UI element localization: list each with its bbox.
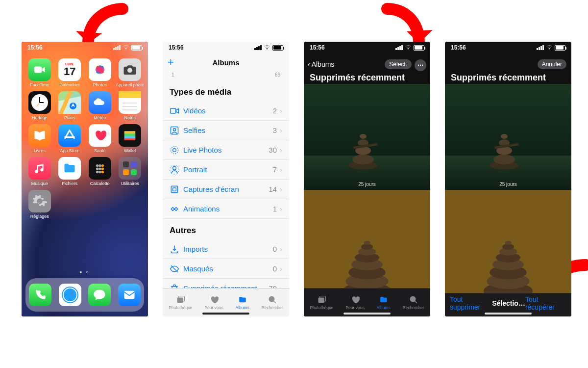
tab-albums[interactable]: Albums	[376, 295, 390, 310]
home-indicator[interactable]	[485, 313, 532, 315]
svg-point-32	[101, 171, 103, 173]
calculator-icon	[89, 157, 111, 180]
app-plans[interactable]: Plans	[55, 91, 85, 120]
recently-deleted-view: 15:56 ‹Albums Sélect. ⋯ Supprimés récemm…	[304, 42, 430, 316]
deleted-photo-1[interactable]: 25 jours	[445, 84, 571, 190]
wallet-icon	[119, 124, 141, 147]
maps-icon	[58, 91, 81, 114]
app-facetime[interactable]: FaceTime	[24, 58, 55, 87]
dock-messages[interactable]	[88, 284, 111, 306]
app-notes[interactable]: Notes	[115, 91, 146, 120]
delete-all-button[interactable]: Tout supprimer	[450, 295, 492, 311]
app-reglages[interactable]: Réglages	[24, 190, 55, 219]
app-meteo[interactable]: Météo	[85, 91, 115, 120]
svg-point-43	[173, 128, 176, 131]
select-button[interactable]: Sélect.	[385, 59, 412, 69]
tab-rechercher[interactable]: Rechercher	[262, 295, 283, 310]
days-remaining: 25 jours	[304, 182, 430, 187]
cellular-icon	[113, 45, 121, 50]
page-title: Supprimés récemment	[451, 73, 546, 83]
svg-point-26	[101, 164, 103, 167]
row-portrait[interactable]: Portrait7›	[163, 160, 289, 180]
back-button[interactable]: ‹Albums	[308, 60, 334, 68]
row-masques[interactable]: Masqués0›	[163, 259, 289, 279]
section-media-types: Types de média	[163, 80, 289, 101]
app-horloge[interactable]: Horloge	[24, 91, 55, 120]
deleted-photo-2[interactable]	[445, 190, 571, 296]
wifi-icon	[405, 44, 412, 51]
app-musique[interactable]: Musique	[24, 157, 55, 186]
chevron-right-icon: ›	[280, 185, 282, 193]
row-imports[interactable]: Imports0›	[163, 239, 289, 259]
app-utilitaires[interactable]: Utilitaires	[115, 157, 146, 186]
row-videos[interactable]: Vidéos2›	[163, 101, 289, 121]
app-fichiers[interactable]: Fichiers	[55, 157, 85, 186]
deleted-photo-2[interactable]	[304, 190, 430, 296]
dock-phone[interactable]	[29, 284, 51, 306]
battery-icon	[555, 45, 565, 51]
status-time: 15:56	[310, 44, 325, 51]
home-indicator[interactable]	[202, 313, 249, 315]
app-calendrier[interactable]: LUN.17Calendrier	[55, 58, 85, 87]
tab-albums[interactable]: Albums	[235, 295, 249, 310]
files-icon	[58, 157, 81, 180]
svg-point-68	[410, 296, 416, 302]
page-indicator[interactable]: ● ○	[22, 270, 148, 274]
svg-rect-41	[171, 108, 176, 113]
tab-pourvous[interactable]: Pour vous	[204, 295, 223, 310]
utilities-folder-icon	[119, 157, 141, 180]
chevron-right-icon: ›	[280, 126, 282, 134]
row-selfies[interactable]: Selfies3›	[163, 121, 289, 140]
deleted-photo-1[interactable]: 25 jours	[304, 84, 430, 190]
video-icon	[170, 106, 183, 116]
settings-icon	[28, 190, 51, 212]
status-time: 15:56	[451, 44, 466, 51]
page-title: Albums	[212, 58, 239, 67]
svg-rect-0	[34, 67, 42, 73]
recently-deleted-select: 15:56 Annuler Supprimés récemment 25 jou…	[445, 42, 571, 316]
row-screenshots[interactable]: Captures d'écran14›	[163, 180, 289, 199]
facetime-icon	[28, 58, 51, 81]
row-livephotos[interactable]: Live Photos30›	[163, 140, 289, 160]
app-photos[interactable]: Photos	[85, 58, 115, 87]
app-calculette[interactable]: Calculette	[85, 157, 115, 186]
tab-pourvous[interactable]: Pour vous	[345, 295, 364, 310]
dock-safari[interactable]	[59, 284, 81, 306]
chevron-left-icon: ‹	[308, 60, 310, 68]
dock-mail[interactable]	[118, 284, 141, 306]
svg-rect-33	[123, 161, 129, 167]
animation-icon	[170, 204, 183, 214]
svg-point-28	[98, 167, 101, 170]
app-wallet[interactable]: Wallet	[115, 124, 146, 153]
more-button[interactable]: ⋯	[415, 59, 426, 71]
app-appstore[interactable]: App Store	[55, 124, 85, 153]
status-bar: 15:56	[163, 42, 289, 53]
new-album-button[interactable]: +	[168, 56, 174, 69]
camera-icon	[119, 58, 141, 81]
svg-point-29	[101, 167, 103, 170]
notes-icon	[119, 91, 141, 114]
appstore-icon	[58, 124, 81, 147]
app-sante[interactable]: Santé	[85, 124, 115, 153]
app-livres[interactable]: Livres	[24, 124, 55, 153]
bottom-toolbar: Tout supprimer Sélectio… Tout récupérer	[445, 293, 571, 316]
home-indicator[interactable]	[343, 313, 391, 315]
album-summary: 169	[163, 71, 289, 80]
chevron-right-icon: ›	[280, 146, 282, 154]
status-bar: 15:56	[22, 42, 148, 53]
svg-point-30	[96, 171, 98, 173]
cancel-button[interactable]: Annuler	[538, 59, 566, 69]
tab-phototheque[interactable]: Photothèque	[310, 295, 333, 310]
battery-icon	[272, 45, 283, 51]
recover-all-button[interactable]: Tout récupérer	[525, 295, 566, 311]
screenshot-icon	[170, 184, 183, 194]
tab-rechercher[interactable]: Rechercher	[403, 295, 424, 310]
tab-phototheque[interactable]: Photothèque	[169, 295, 192, 310]
calendar-icon: LUN.17	[58, 58, 81, 81]
page-title: Supprimés récemment	[310, 73, 405, 83]
row-animations[interactable]: Animations1›	[163, 199, 289, 219]
svg-point-82	[505, 241, 512, 245]
app-appareil-photo[interactable]: Appareil photo	[115, 58, 146, 87]
chevron-right-icon: ›	[280, 264, 282, 273]
svg-rect-42	[171, 127, 178, 134]
